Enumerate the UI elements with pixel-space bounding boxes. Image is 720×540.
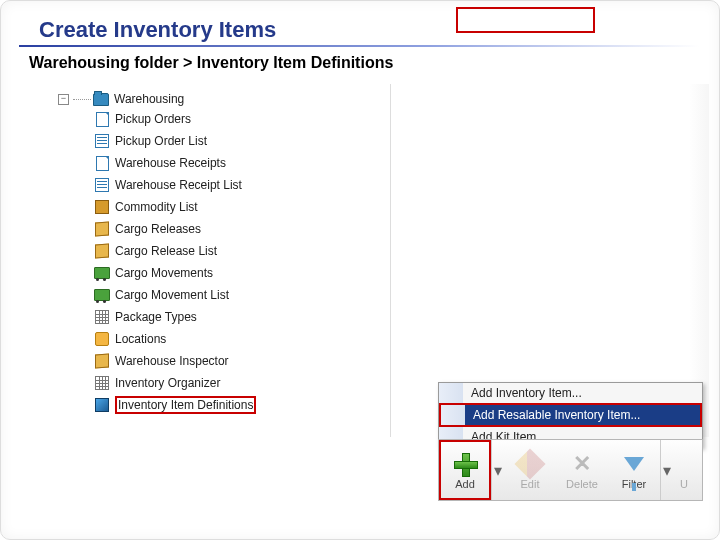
package-icon: [94, 199, 110, 215]
tree-item-label: Pickup Orders: [115, 112, 191, 126]
menu-gutter: [441, 405, 465, 425]
top-red-callout: [456, 7, 595, 33]
tree-item-commodity-list[interactable]: Commodity List: [94, 196, 390, 218]
tree-root-warehousing[interactable]: − Warehousing: [58, 90, 390, 108]
grid-icon: [94, 375, 110, 391]
tree-panel: − Warehousing Pickup Orders Pickup Order…: [58, 84, 391, 437]
toolbar-trailing-label: U: [680, 478, 688, 490]
doc-icon: [94, 155, 110, 171]
pencil-icon: [516, 450, 544, 478]
tree-item-cargo-releases[interactable]: Cargo Releases: [94, 218, 390, 240]
tree-item-cargo-movements[interactable]: Cargo Movements: [94, 262, 390, 284]
tree-root-label: Warehousing: [114, 92, 184, 106]
folder-icon: [93, 91, 109, 107]
tree-item-label: Warehouse Receipt List: [115, 178, 242, 192]
plus-icon: [451, 450, 479, 478]
tree-item-locations[interactable]: Locations: [94, 328, 390, 350]
tree-connector: [73, 99, 91, 100]
menu-gutter: [439, 383, 463, 403]
title-underline: [19, 45, 699, 47]
tree-item-cargo-release-list[interactable]: Cargo Release List: [94, 240, 390, 262]
tree-item-pickup-order-list[interactable]: Pickup Order List: [94, 130, 390, 152]
add-dropdown[interactable]: ▾: [491, 440, 504, 500]
tree-item-label: Commodity List: [115, 200, 198, 214]
box-icon: [94, 353, 110, 369]
delete-button-label: Delete: [566, 478, 598, 490]
funnel-icon: [620, 450, 648, 478]
truck-icon: [94, 287, 110, 303]
tree-item-label: Cargo Releases: [115, 222, 201, 236]
menu-item-add-inventory-item[interactable]: Add Inventory Item...: [463, 383, 702, 403]
cube-icon: [94, 397, 110, 413]
delete-x-icon: ✕: [568, 450, 596, 478]
tree-item-inventory-organizer[interactable]: Inventory Organizer: [94, 372, 390, 394]
box-icon: [94, 243, 110, 259]
tree-item-label: Warehouse Inspector: [115, 354, 229, 368]
list-icon: [94, 133, 110, 149]
location-icon: [94, 331, 110, 347]
toolbar: Add ▾ Edit ✕ Delete Filter ▾ U: [438, 439, 703, 501]
tree-item-pickup-orders[interactable]: Pickup Orders: [94, 108, 390, 130]
list-icon: [94, 177, 110, 193]
tree-item-label: Pickup Order List: [115, 134, 207, 148]
edit-button[interactable]: Edit: [504, 440, 556, 500]
tree-item-label: Inventory Organizer: [115, 376, 220, 390]
edit-button-label: Edit: [521, 478, 540, 490]
box-icon: [94, 221, 110, 237]
tree-item-label: Package Types: [115, 310, 197, 324]
menu-item-add-resalable-inventory-item[interactable]: Add Resalable Inventory Item...: [465, 405, 700, 425]
tree-item-label: Cargo Movements: [115, 266, 213, 280]
tree-item-warehouse-receipts[interactable]: Warehouse Receipts: [94, 152, 390, 174]
truck-icon: [94, 265, 110, 281]
tree-item-inventory-item-definitions[interactable]: Inventory Item Definitions: [94, 394, 390, 416]
delete-button[interactable]: ✕ Delete: [556, 440, 608, 500]
toolbar-trailing: U: [673, 440, 695, 500]
tree-item-label: Warehouse Receipts: [115, 156, 226, 170]
add-button[interactable]: Add: [439, 440, 491, 500]
tree-item-package-types[interactable]: Package Types: [94, 306, 390, 328]
grid-icon: [94, 309, 110, 325]
tree-item-warehouse-receipt-list[interactable]: Warehouse Receipt List: [94, 174, 390, 196]
tree-item-label: Locations: [115, 332, 166, 346]
filter-button[interactable]: Filter: [608, 440, 660, 500]
tree-item-label: Cargo Release List: [115, 244, 217, 258]
breadcrumb: Warehousing folder > Inventory Item Defi…: [29, 54, 393, 72]
tree-item-warehouse-inspector[interactable]: Warehouse Inspector: [94, 350, 390, 372]
tree-item-cargo-movement-list[interactable]: Cargo Movement List: [94, 284, 390, 306]
collapse-icon[interactable]: −: [58, 94, 69, 105]
tree-item-label: Cargo Movement List: [115, 288, 229, 302]
page-title: Create Inventory Items: [39, 17, 276, 43]
tree-item-label-highlighted: Inventory Item Definitions: [115, 396, 256, 414]
toolbar-trailing-icon: [670, 450, 698, 478]
doc-icon: [94, 111, 110, 127]
